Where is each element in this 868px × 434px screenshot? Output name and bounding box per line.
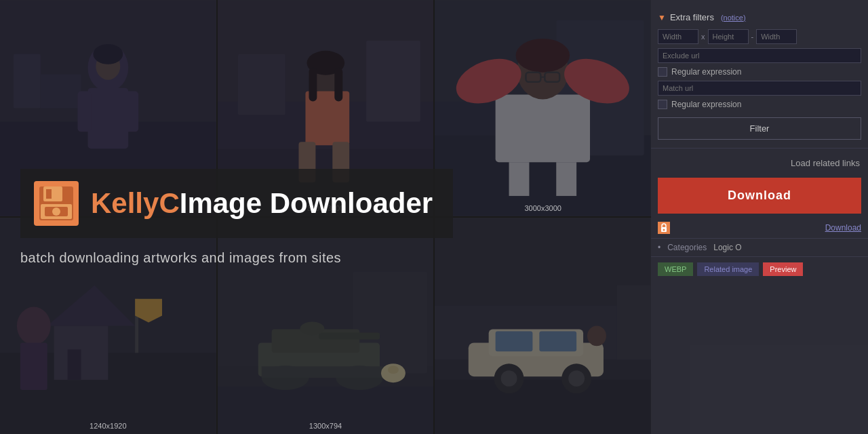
filter-button[interactable]: Filter [658, 117, 861, 140]
download-main-button[interactable]: Download [658, 178, 861, 214]
tag-row: WEBP Related image Preview [651, 257, 868, 281]
sidebar-panel: ▼ Extra filters (notice) x - Regular exp… [651, 0, 868, 434]
load-related-links-button[interactable]: Load related links [651, 151, 868, 175]
center-overlay: KellyCImage Downloader batch downloading… [0, 0, 651, 434]
logic-label: Logic O [713, 243, 741, 252]
regex-checkbox-1[interactable] [658, 67, 667, 77]
height-input[interactable] [708, 29, 749, 44]
app-icon [34, 181, 79, 226]
width2-input[interactable] [756, 29, 797, 44]
lock-icon [658, 222, 670, 234]
svg-rect-75 [46, 189, 52, 199]
categories-row: • Categories Logic O [651, 239, 868, 257]
extra-filters-section: ▼ Extra filters (notice) x - Regular exp… [651, 5, 868, 149]
svg-point-78 [52, 208, 60, 216]
times-label: x [701, 33, 705, 41]
exclude-url-row [658, 48, 861, 63]
extra-filters-label: Extra filters [670, 12, 714, 22]
download-link-row: Download [651, 218, 868, 239]
related-image-tag-button[interactable]: Related image [697, 262, 759, 276]
regex-label-2: Regular expression [671, 100, 741, 109]
svg-point-80 [663, 229, 665, 231]
categories-label: Categories [667, 243, 707, 252]
regex-checkbox-row-2: Regular expression [658, 100, 861, 109]
dimension-filter-row: x - [658, 29, 861, 44]
dash-label: - [751, 33, 754, 41]
notice-link[interactable]: (notice) [721, 14, 746, 22]
exclude-url-input[interactable] [658, 48, 861, 63]
regex-label-1: Regular expression [671, 67, 741, 77]
brand-title: KellyCImage Downloader [91, 187, 433, 220]
preview-tag-button[interactable]: Preview [763, 262, 803, 276]
load-related-links-section: Load related links [651, 149, 868, 178]
extra-filters-header: ▼ Extra filters (notice) [658, 9, 861, 25]
regex-checkbox-2[interactable] [658, 100, 667, 109]
brand-subtitle: batch downloading artworks and images fr… [20, 250, 341, 266]
webp-tag-button[interactable]: WEBP [658, 262, 693, 276]
brand-box: KellyCImage Downloader [20, 169, 453, 238]
regex-checkbox-row-1: Regular expression [658, 67, 861, 77]
match-url-row [658, 81, 861, 96]
categories-bullet: • [658, 243, 660, 252]
brand-title-suffix: Image Downloader [180, 187, 433, 219]
brand-title-prefix: KellyC [91, 187, 180, 219]
width-input[interactable] [658, 29, 698, 44]
download-link-text[interactable]: Download [675, 223, 861, 233]
arrow-icon: ▼ [658, 13, 666, 22]
match-url-input[interactable] [658, 81, 861, 96]
